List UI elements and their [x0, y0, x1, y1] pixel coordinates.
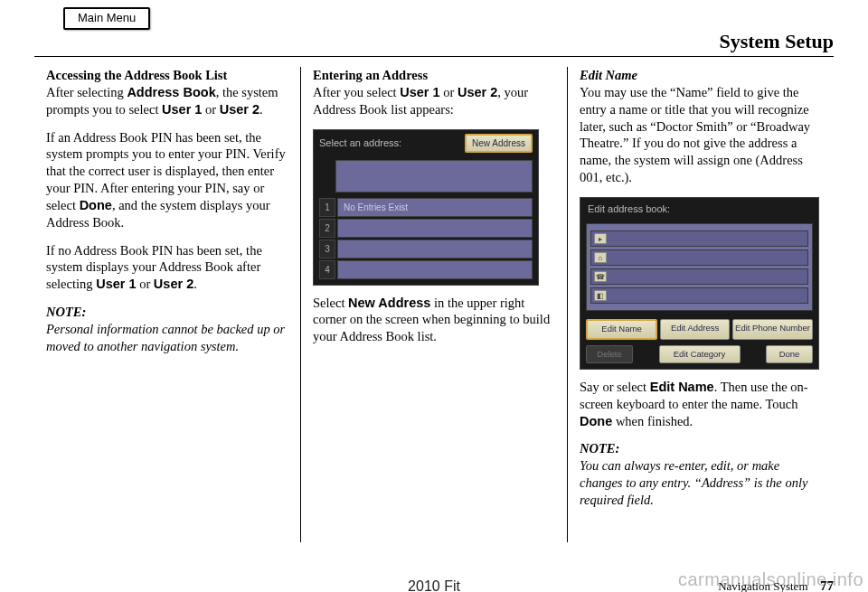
- footer-label: Navigation System: [718, 579, 807, 592]
- main-menu-button[interactable]: Main Menu: [63, 7, 150, 30]
- c1-p2b: Done: [80, 198, 112, 212]
- c1-p1d: User 1: [162, 102, 202, 117]
- c1-p1g: .: [259, 102, 263, 117]
- c3-note-label: NOTE:: [580, 441, 619, 456]
- ns1-row-1-num: 1: [319, 198, 335, 217]
- ns1-preview-row: [335, 160, 533, 193]
- page-title: System Setup: [719, 29, 834, 55]
- c3-p2a: Say or select: [580, 380, 650, 394]
- ns2-button-row-2: Delete Edit Category Done: [580, 343, 818, 369]
- column-1: Accessing the Address Book List After se…: [34, 67, 300, 542]
- c3-heading-block: Edit Name You may use the “Name” field t…: [580, 67, 822, 186]
- ns1-row-4[interactable]: 4 .: [319, 260, 533, 279]
- edit-address-book-screen: Edit address book: ▸ ⌂ ☎ ◧ Edit Name Edi…: [580, 197, 819, 370]
- c1-heading-block: Accessing the Address Book List After se…: [46, 67, 288, 118]
- horizontal-rule: [34, 56, 834, 57]
- c2-p2: Select New Address in the upper right co…: [313, 295, 555, 346]
- ns1-row-1[interactable]: 1 No Entries Exist: [319, 198, 533, 217]
- c2-p2b: New Address: [348, 296, 430, 310]
- c2-p1b: User 1: [400, 85, 439, 99]
- c2-heading-block: Entering an Address After you select Use…: [313, 67, 555, 118]
- category-icon: ◧: [594, 290, 607, 301]
- c1-p1e: or: [202, 102, 219, 117]
- c3-p2e: when finished.: [612, 414, 693, 428]
- c3-p2d: Done: [580, 414, 612, 428]
- c2-p1c: or: [440, 85, 458, 99]
- c1-p3e: .: [193, 277, 197, 291]
- c3-p2: Say or select Edit Name. Then use the on…: [580, 379, 822, 430]
- c1-heading: Accessing the Address Book List: [46, 68, 227, 82]
- c1-note-text: Personal information cannot be backed up…: [46, 322, 285, 353]
- c2-p1d: User 2: [458, 85, 497, 99]
- c2-p1a: After you select: [313, 85, 400, 99]
- c3-p2b: Edit Name: [650, 380, 714, 394]
- done-button[interactable]: Done: [766, 345, 813, 363]
- ns2-fields: ▸ ⌂ ☎ ◧: [586, 223, 813, 311]
- c3-note-text: You can always re-enter, edit, or make c…: [580, 458, 807, 507]
- ns2-button-row-1: Edit Name Edit Address Edit Phone Number: [580, 316, 818, 342]
- ns1-title: Select an address:: [319, 136, 465, 149]
- c1-p3b: User 1: [96, 277, 136, 291]
- c3-p1: You may use the “Name” field to give the…: [580, 85, 810, 184]
- c1-p1f: User 2: [220, 102, 259, 117]
- c1-p3: If no Address Book PIN has been set, the…: [46, 242, 288, 294]
- edit-address-button[interactable]: Edit Address: [660, 319, 730, 339]
- c3-heading: Edit Name: [580, 68, 637, 82]
- ns1-row-3-num: 3: [319, 240, 335, 258]
- ns1-row-3[interactable]: 3 .: [319, 240, 533, 258]
- ns2-field-address[interactable]: ⌂: [590, 249, 808, 266]
- column-2: Entering an Address After you select Use…: [300, 67, 567, 542]
- ns1-row-4-text: .: [337, 260, 533, 279]
- house-icon: ⌂: [594, 252, 607, 263]
- c1-p3c: or: [137, 277, 154, 291]
- ns1-row-3-text: .: [337, 240, 533, 258]
- ns2-title: Edit address book:: [580, 198, 818, 220]
- ns2-field-category[interactable]: ◧: [590, 287, 808, 304]
- footer-right: Navigation System 77: [718, 578, 834, 592]
- select-address-screen: Select an address: New Address 1 No Entr…: [313, 129, 539, 286]
- ns1-row-4-num: 4: [319, 260, 335, 279]
- c3-note: NOTE: You can always re-enter, edit, or …: [580, 440, 822, 508]
- c2-p2a: Select: [313, 296, 348, 310]
- edit-category-button[interactable]: Edit Category: [659, 345, 741, 363]
- ns1-row-2-text: .: [337, 219, 533, 238]
- edit-phone-button[interactable]: Edit Phone Number: [732, 319, 813, 339]
- c1-p1a: After selecting: [46, 85, 127, 99]
- ns1-header: Select an address: New Address: [314, 130, 538, 156]
- phone-icon: ☎: [594, 271, 607, 282]
- ns1-row-2[interactable]: 2 .: [319, 219, 533, 238]
- edit-name-button[interactable]: Edit Name: [586, 319, 657, 339]
- ns1-row-2-num: 2: [319, 219, 335, 238]
- column-3: Edit Name You may use the “Name” field t…: [567, 67, 834, 542]
- c1-p3d: User 2: [154, 277, 193, 291]
- ns2-field-name[interactable]: ▸: [590, 230, 808, 247]
- c1-note-label: NOTE:: [46, 305, 86, 319]
- ns2-field-phone[interactable]: ☎: [590, 268, 808, 285]
- content-columns: Accessing the Address Book List After se…: [34, 67, 834, 542]
- ns1-row-1-text: No Entries Exist: [337, 198, 533, 217]
- page-number: 77: [820, 578, 834, 592]
- delete-button: Delete: [586, 345, 633, 363]
- name-icon: ▸: [594, 233, 607, 244]
- c1-note: NOTE: Personal information cannot be bac…: [46, 304, 288, 355]
- new-address-button[interactable]: New Address: [465, 134, 533, 153]
- c1-p1b: Address Book: [127, 85, 215, 99]
- c1-p2: If an Address Book PIN has been set, the…: [46, 129, 288, 231]
- c2-heading: Entering an Address: [313, 68, 428, 82]
- footer-center: 2010 Fit: [408, 578, 460, 592]
